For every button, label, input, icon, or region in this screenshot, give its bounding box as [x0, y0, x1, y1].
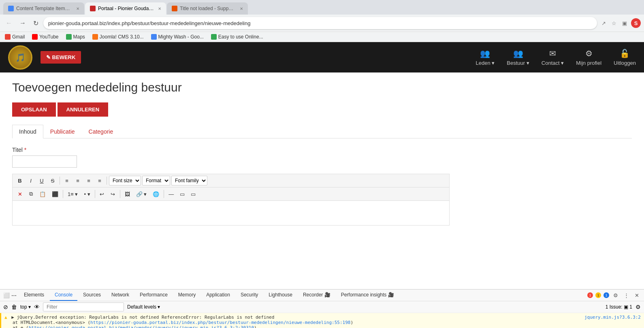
console-eye-icon[interactable]: 👁: [34, 304, 40, 310]
nav-uitloggen[interactable]: 🔓 Uitloggen: [614, 49, 636, 66]
devtools-tab-sources[interactable]: Sources: [78, 290, 106, 301]
paste-button[interactable]: 📋: [37, 190, 48, 199]
contact-icon: ✉: [549, 49, 556, 58]
unordered-list-button[interactable]: • ▾: [81, 190, 92, 199]
tab-1-close[interactable]: ✕: [76, 6, 79, 11]
align-left-button[interactable]: ≡: [62, 176, 72, 185]
separator-1: [60, 177, 60, 185]
tab-2-close[interactable]: ✕: [158, 6, 161, 11]
insert-link-button[interactable]: 🔗 ▾: [134, 190, 149, 199]
italic-button[interactable]: I: [26, 176, 36, 185]
devtools-tab-application[interactable]: Application: [201, 290, 235, 301]
tab-categorie[interactable]: Categorie: [82, 125, 120, 138]
tab-view-icon[interactable]: ▣: [621, 19, 629, 27]
copy-button[interactable]: ⧉: [26, 189, 36, 199]
bookmark-joomla[interactable]: Joomla! CMS 3.10...: [91, 33, 145, 40]
undo-button[interactable]: ↩: [97, 190, 107, 199]
devtools-tab-elements[interactable]: Elements: [19, 290, 49, 301]
address-input[interactable]: [43, 17, 597, 29]
cancel-button[interactable]: ANNULEREN: [58, 102, 109, 117]
nav-mijn-profiel[interactable]: ⚙ Mijn profiel: [576, 49, 601, 66]
font-size-select[interactable]: Font size: [109, 176, 141, 185]
devtools-console-content: ▲ ▶ jQuery.Deferred exception: RegularLa…: [0, 313, 644, 328]
devtools-tab-console[interactable]: Console: [50, 290, 77, 301]
default-levels-label[interactable]: Default levels ▾: [127, 304, 160, 310]
console-link-1[interactable]: https://pionier-gouda.portaal.biz/index.…: [90, 320, 350, 325]
devtools-console-tab-icon[interactable]: ⋯: [11, 292, 17, 298]
redo-button[interactable]: ↪: [108, 190, 118, 199]
easy-favicon: [211, 34, 217, 40]
bookmark-icon[interactable]: ☆: [610, 19, 618, 27]
devtools-elements-tab-icon[interactable]: ⬜: [3, 292, 10, 298]
reload-button[interactable]: ↻: [31, 18, 41, 29]
editor-toolbar-row1: B I U S ≡ ≡ ≡ ≡ Font size Format Font fa…: [13, 174, 449, 187]
tab-inhoud[interactable]: Inhoud: [12, 125, 43, 138]
gmail-favicon: [5, 34, 11, 40]
bold-button[interactable]: B: [15, 176, 25, 185]
devtools-tab-security[interactable]: Security: [236, 290, 263, 301]
title-input[interactable]: [12, 155, 77, 168]
bookmark-joomla-label: Joomla! CMS 3.10...: [100, 34, 144, 40]
insert-box-button[interactable]: ▭: [177, 190, 187, 199]
paste-plain-button[interactable]: ⬛: [49, 190, 61, 199]
tab-3-favicon: [172, 6, 177, 11]
ordered-list-button[interactable]: 1≡ ▾: [65, 190, 80, 199]
devtools-close-icon[interactable]: ✕: [633, 291, 641, 299]
insert-box2-button[interactable]: ▭: [188, 190, 198, 199]
console-clear-icon[interactable]: 🗑: [11, 304, 17, 310]
title-field-label: Titel *: [12, 147, 632, 153]
devtools-tab-lighthouse[interactable]: Lighthouse: [264, 290, 297, 301]
nav-bestuur[interactable]: 👥 Bestuur ▾: [507, 49, 529, 66]
tab-1[interactable]: Content Template Items - Forta... ✕: [3, 2, 84, 15]
editor-body[interactable]: [13, 201, 449, 225]
insert-image-button[interactable]: 🖼: [122, 190, 132, 199]
nav-leden[interactable]: 👥 Leden ▾: [476, 49, 495, 66]
warning-icon-1: ▲: [4, 315, 7, 320]
bookmark-gmail[interactable]: Gmail: [3, 33, 26, 40]
mighty-favicon: [151, 34, 157, 40]
bookmark-youtube[interactable]: YouTube: [30, 33, 60, 40]
devtools-tab-performance[interactable]: Performance: [135, 290, 173, 301]
tab-3[interactable]: Title not loaded - Support Foru... ✕: [167, 2, 248, 15]
unlink-button[interactable]: 🌐: [150, 190, 162, 199]
bookmark-easy[interactable]: Easy to use Online...: [209, 33, 265, 40]
cut-button[interactable]: ✕: [15, 190, 25, 199]
tab-3-close[interactable]: ✕: [240, 6, 243, 11]
devtools-panel: ⬜ ⋯ Elements Console Sources Network Per…: [0, 289, 644, 328]
share-icon[interactable]: ↗: [599, 19, 608, 27]
console-link-2[interactable]: https://pionier-gouda.portaal.biz/media/…: [29, 325, 254, 328]
console-settings-icon[interactable]: ⚙: [635, 304, 641, 310]
bookmark-maps[interactable]: Maps: [64, 33, 87, 40]
horizontal-rule-button[interactable]: —: [166, 190, 176, 199]
tab-publicatie[interactable]: Publicatie: [43, 125, 82, 138]
nav-contact[interactable]: ✉ Contact ▾: [542, 49, 564, 66]
strikethrough-button[interactable]: S: [48, 176, 58, 185]
tab-1-title: Content Template Items - Forta...: [16, 6, 72, 11]
bewerk-button[interactable]: ✎ BEWERK: [41, 51, 81, 64]
align-center-button[interactable]: ≡: [73, 176, 83, 185]
devtools-tab-network[interactable]: Network: [107, 290, 134, 301]
devtools-settings-icon[interactable]: ⚙: [612, 291, 620, 299]
devtools-tab-performance-insights[interactable]: Performance insights 🎥: [336, 290, 399, 301]
devtools-tab-memory[interactable]: Memory: [173, 290, 200, 301]
forward-button[interactable]: →: [17, 18, 28, 28]
bookmark-mighty[interactable]: Mighty Wash - Goo...: [149, 33, 205, 40]
back-button[interactable]: ←: [3, 18, 15, 28]
console-stop-icon[interactable]: ⊘: [3, 304, 8, 310]
page-content: Toevoegen mededeling bestuur OPSLAAN ANN…: [0, 72, 644, 234]
tab-2[interactable]: Portaal - Pionier Gouda - Toevo... ✕: [85, 2, 166, 15]
separator-3: [63, 190, 63, 198]
issue-label[interactable]: 1 Issue: ▣ 1: [606, 304, 632, 310]
bookmark-easy-label: Easy to use Online...: [218, 34, 263, 40]
align-justify-button[interactable]: ≡: [95, 176, 104, 185]
format-select[interactable]: Format: [142, 176, 170, 185]
console-filter-input[interactable]: [43, 302, 124, 311]
font-family-select[interactable]: Font family: [171, 176, 207, 185]
devtools-more-icon[interactable]: ⋮: [622, 291, 630, 299]
underline-button[interactable]: U: [37, 176, 47, 185]
console-warning-1-source[interactable]: jquery.min.js?3.6.3:2: [584, 315, 641, 320]
save-button[interactable]: OPSLAAN: [12, 102, 56, 117]
user-avatar[interactable]: S: [631, 18, 641, 28]
align-right-button[interactable]: ≡: [84, 176, 94, 185]
devtools-tab-recorder[interactable]: Recorder 🎥: [298, 290, 335, 301]
